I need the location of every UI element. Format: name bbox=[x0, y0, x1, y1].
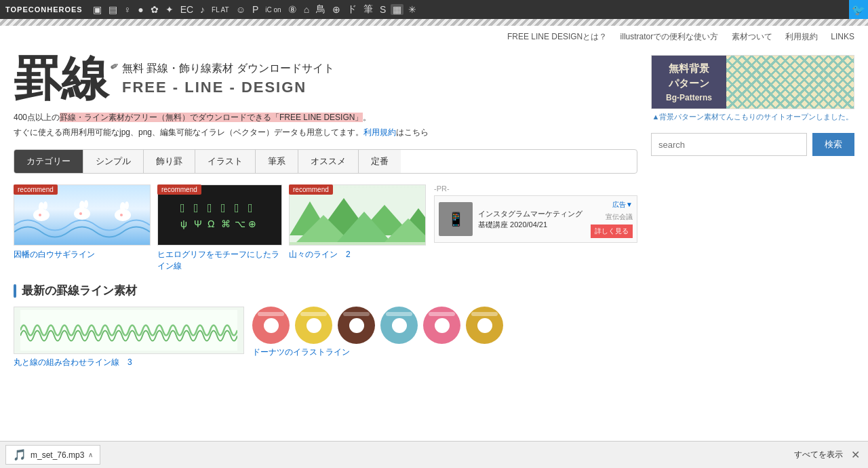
link-terms[interactable]: 利用規約 bbox=[785, 32, 818, 41]
nav-icon-flat[interactable]: FL AT bbox=[210, 6, 231, 14]
bg-pattern-right-visual bbox=[726, 56, 854, 109]
desc-text2: 。 bbox=[363, 113, 371, 122]
hiero-2: 𓂀 bbox=[194, 201, 205, 216]
link-about[interactable]: FREE LINE DESIGNとは？ bbox=[507, 32, 607, 41]
pr-img-placeholder: 📱 bbox=[448, 211, 465, 227]
donut-brown bbox=[338, 307, 375, 344]
tab-category[interactable]: カテゴリー bbox=[14, 150, 83, 173]
svg-point-7 bbox=[79, 212, 82, 215]
right-sidebar: 無料背景 パターン Bg-Patterns ▲背景パターン素材てんこもりのサイト… bbox=[651, 55, 854, 374]
donut-gold bbox=[466, 307, 503, 344]
latest-items-row: 丸と線の組み合わせライン線 3 bbox=[14, 307, 637, 368]
rabbit-line-svg bbox=[14, 188, 150, 242]
latest-line-item: 丸と線の組み合わせライン線 3 bbox=[14, 307, 244, 368]
donuts-item-caption[interactable]: ドーナツのイラストライン bbox=[252, 347, 637, 358]
line-item-caption[interactable]: 丸と線の組み合わせライン線 3 bbox=[14, 357, 244, 368]
search-box: 検索 bbox=[651, 133, 854, 156]
hiero-10: ⌘ bbox=[221, 218, 232, 229]
donut-icing-1 bbox=[258, 312, 284, 316]
pr-label: -PR- bbox=[434, 184, 637, 193]
nav-icon-4[interactable]: ● bbox=[136, 4, 145, 15]
nav-icon-ec[interactable]: EC bbox=[178, 4, 195, 15]
nav-icon-brush[interactable]: 筆 bbox=[361, 3, 375, 16]
donut-item-3 bbox=[338, 307, 375, 344]
nav-icon-2[interactable]: ▤ bbox=[106, 4, 119, 15]
banner-caption[interactable]: ▲背景パターン素材てんこもりのサイトオープンしました。 bbox=[651, 112, 854, 122]
svg-point-6 bbox=[84, 200, 88, 208]
desc-text3: すぐに使える商用利用可能なjpg、png、編集可能なイラレ（ベクター）データも用… bbox=[14, 128, 363, 137]
recommend-item-1: recommend bbox=[14, 184, 151, 272]
pr-actions: 広告▼ 宣伝会議 詳しく見る bbox=[591, 200, 633, 238]
nav-icon-smile[interactable]: ☺ bbox=[234, 4, 248, 15]
tab-kazarikei[interactable]: 飾り罫 bbox=[144, 150, 195, 173]
twitter-icon: 🐦 bbox=[852, 3, 865, 16]
twitter-button[interactable]: 🐦 bbox=[849, 0, 868, 19]
site-header: 罫線 ✏ 無料 罫線・飾り線素材 ダウンロードサイト FREE - LINE -… bbox=[14, 55, 637, 102]
donut-item-2 bbox=[295, 307, 332, 344]
search-input[interactable] bbox=[651, 133, 807, 156]
pr-box: -PR- 📱 インスタグラムマーケティング基礎講座 2020/04/21 広告▼… bbox=[434, 184, 637, 272]
link-materials[interactable]: 素材ついて bbox=[732, 32, 772, 41]
nav-icon-s[interactable]: S bbox=[378, 4, 388, 15]
svg-point-9 bbox=[120, 202, 125, 212]
nav-icon-music[interactable]: ♪ bbox=[198, 4, 207, 15]
desc-highlight: 罫線・ライン素材がフリー（無料）でダウンロードできる「FREE LINE DES… bbox=[60, 113, 363, 122]
svg-point-11 bbox=[120, 214, 123, 216]
nav-icon-home[interactable]: ⌂ bbox=[302, 4, 311, 15]
nav-icon-bird[interactable]: 鳥 bbox=[314, 3, 328, 16]
description-text: 400点以上の罫線・ライン素材がフリー（無料）でダウンロードできる「FREE L… bbox=[14, 111, 637, 140]
tab-simple[interactable]: シンプル bbox=[83, 150, 144, 173]
nav-icon-5[interactable]: ✿ bbox=[149, 4, 161, 15]
pr-detail-button[interactable]: 詳しく見る bbox=[591, 225, 633, 238]
nav-icon-p[interactable]: P bbox=[250, 4, 260, 15]
tab-illust[interactable]: イラスト bbox=[195, 150, 256, 173]
recommend-title-1[interactable]: 因幡の白ウサギライン bbox=[14, 249, 151, 260]
donut-hole-6 bbox=[477, 318, 492, 333]
donut-item-6 bbox=[466, 307, 503, 344]
donuts-group bbox=[252, 307, 637, 344]
nav-icon-do[interactable]: ド bbox=[345, 3, 359, 16]
recommend-badge-2: recommend bbox=[157, 184, 201, 195]
tagline-japanese: 無料 罫線・飾り線素材 ダウンロードサイト bbox=[122, 62, 334, 76]
nav-icon-grid[interactable]: ▦ bbox=[391, 4, 403, 15]
recommend-items: recommend bbox=[14, 184, 426, 272]
recommend-title-3[interactable]: 山々のライン 2 bbox=[289, 249, 426, 260]
bg-pattern-banner[interactable]: 無料背景 パターン Bg-Patterns bbox=[651, 55, 854, 109]
recommend-badge-3: recommend bbox=[289, 184, 333, 195]
left-content: 罫線 ✏ 無料 罫線・飾り線素材 ダウンロードサイト FREE - LINE -… bbox=[14, 55, 637, 374]
donut-hole-1 bbox=[264, 318, 279, 333]
nav-icon-dot[interactable]: ⊕ bbox=[330, 4, 342, 15]
nav-icon-1[interactable]: ▣ bbox=[91, 4, 104, 15]
pr-ad-button[interactable]: 広告▼ bbox=[612, 200, 633, 210]
recommend-item-3: recommend bbox=[289, 184, 426, 272]
donut-yellow bbox=[295, 307, 332, 344]
donut-item-5 bbox=[423, 307, 460, 344]
terms-link[interactable]: 利用規約 bbox=[363, 128, 396, 137]
recommend-badge-1: recommend bbox=[14, 184, 58, 195]
desc-text4: はこちら bbox=[396, 128, 429, 137]
nav-icon-circle8[interactable]: ⑧ bbox=[286, 4, 299, 15]
svg-point-5 bbox=[79, 201, 85, 210]
nav-icon-star[interactable]: ✳ bbox=[406, 4, 418, 15]
link-links[interactable]: LINKS bbox=[831, 32, 854, 41]
tab-osusumed[interactable]: オススメ bbox=[298, 150, 359, 173]
donut-icing-6 bbox=[471, 312, 498, 316]
bg-pattern-left-text: 無料背景 パターン Bg-Patterns bbox=[652, 56, 726, 109]
nav-icon-6[interactable]: ✦ bbox=[163, 4, 176, 15]
donut-item-4 bbox=[380, 307, 418, 344]
bg-subtitle: Bg-Patterns bbox=[666, 92, 712, 104]
donut-hole-3 bbox=[349, 318, 364, 333]
search-button[interactable]: 検索 bbox=[812, 133, 854, 156]
tab-fudekei[interactable]: 筆系 bbox=[256, 150, 298, 173]
donut-icing-3 bbox=[343, 312, 370, 316]
link-illustrator[interactable]: illustratorでの便利な使い方 bbox=[620, 32, 719, 41]
tab-teiban[interactable]: 定番 bbox=[359, 150, 401, 173]
nav-icon-3[interactable]: ♀ bbox=[122, 4, 134, 15]
nav-icon-ic[interactable]: iC on bbox=[263, 6, 283, 14]
logo-kanji: 罫線 ✏ bbox=[14, 55, 108, 102]
line-thumb[interactable] bbox=[14, 307, 244, 354]
pr-text: インスタグラムマーケティング基礎講座 2020/04/21 bbox=[478, 208, 585, 231]
recommend-title-2[interactable]: ヒエログリフをモチーフにしたライン線 bbox=[157, 249, 282, 272]
donuts-item: ドーナツのイラストライン bbox=[252, 307, 637, 368]
hieroglyph-display: 𓀀 𓂀 𓃒 𓆣 𓇋 𓀭 ψ Ψ Ω ⌘ ⌥ ⊕ bbox=[175, 196, 264, 235]
